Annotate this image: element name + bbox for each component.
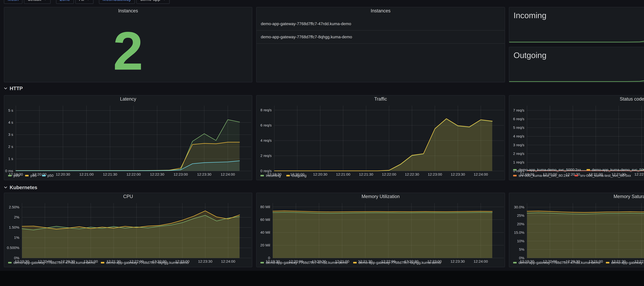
legend-label: srv-000_kuma-test_svc_80:5xx	[580, 173, 631, 178]
y-tick-label: 6 req/s	[260, 123, 272, 127]
status-codes-legend: demo-app_kuma-demo_svc_5000:2xxdemo-app_…	[509, 166, 644, 180]
legend-item[interactable]: Incoming	[260, 173, 281, 178]
y-tick-label: 6 req/s	[513, 117, 524, 121]
memory-saturation-svg: 0%5%10%15.0%20%25%30.0%12:19:3012:20:001…	[509, 200, 644, 264]
legend-item[interactable]: demo-app-gateway-7768d7ffc7-8qhgg.kuma-d…	[353, 260, 441, 265]
panel-title[interactable]: Instances	[256, 7, 505, 15]
traffic-legend: IncomingOutgoing	[256, 172, 505, 180]
legend-swatch-icon	[513, 175, 516, 176]
legend-label: demo-app-gateway-7768d7ffc7-47rdd.kuma-d…	[14, 260, 95, 265]
legend-item[interactable]: demo-app_kuma-demo_svc_5000:2xx	[513, 167, 581, 172]
panel-title[interactable]: CPU	[4, 193, 252, 200]
legend-label: Outgoing	[292, 173, 306, 178]
panel-title[interactable]: Memory Utilization	[256, 193, 505, 200]
panel-title[interactable]: Instances	[4, 7, 252, 15]
variable-value-dropdown[interactable]: All▼	[75, 0, 93, 4]
sparkline-svg	[509, 63, 644, 82]
section-header-kubernetes[interactable]: Kubernetes	[4, 184, 37, 190]
panel-traffic: Traffic 0 req/s2 req/s4 req/s6 req/s8 re…	[256, 95, 505, 180]
panel-memory-saturation: Memory Saturation 0%5%10%15.0%20%25%30.0…	[509, 193, 644, 267]
memory-saturation-plot: 0%5%10%15.0%20%25%30.0%12:19:3012:20:001…	[509, 200, 644, 259]
y-tick-label: 1 req/s	[513, 160, 524, 164]
stat-title[interactable]: Incoming	[514, 11, 546, 20]
y-tick-label: 5 req/s	[513, 125, 524, 130]
legend-item[interactable]: p50	[42, 173, 54, 178]
y-tick-label: 8 req/s	[260, 108, 272, 112]
legend-swatch-icon	[575, 175, 578, 176]
legend-item[interactable]: p99	[8, 173, 20, 178]
legend-item[interactable]: srv-000_kuma-test_svc_80:2xx	[513, 173, 569, 178]
legend-label: p50	[48, 173, 54, 178]
y-tick-label: 0.500%	[7, 246, 19, 250]
template-variable-bar: Meshdefault▼ZoneAll▼MeshGatewaydemo-app▼	[4, 0, 175, 5]
legend-swatch-icon	[101, 262, 104, 263]
chevron-down-icon	[4, 86, 7, 91]
cpu-svg: 0%0.500%1%1.50%2%2.50%12:19:3012:20:0012…	[4, 200, 252, 264]
y-tick-label: 80 Mil	[260, 205, 270, 209]
legend-swatch-icon	[260, 262, 264, 263]
instances-count-value: 2	[4, 20, 252, 82]
variable-label: MeshGateway	[99, 0, 135, 4]
panel-title[interactable]: Latency	[4, 96, 252, 103]
legend-item[interactable]: demo-app-gateway-7768d7ffc7-8qhgg.kuma-d…	[606, 260, 644, 265]
legend-label: demo-app-gateway-7768d7ffc7-47rdd.kuma-d…	[266, 260, 348, 265]
panel-title[interactable]: Traffic	[256, 96, 505, 103]
y-tick-label: 1.50%	[9, 225, 19, 229]
memory-utilization-svg: 020 Mil40 Mil60 Mil80 Mil12:19:3012:20:0…	[256, 200, 505, 264]
y-tick-label: 20 Mil	[260, 243, 270, 247]
cpu-legend: demo-app-gateway-7768d7ffc7-47rdd.kuma-d…	[4, 259, 252, 267]
y-tick-label: 2 req/s	[260, 154, 272, 158]
legend-label: p99	[14, 173, 20, 178]
traffic-svg: 0 req/s2 req/s4 req/s6 req/s8 req/s12:19…	[256, 103, 505, 177]
chevron-down-icon: ▼	[87, 0, 90, 1]
legend-item[interactable]: Outgoing	[286, 173, 306, 178]
y-tick-label: 7 req/s	[513, 108, 524, 112]
variable-zone: ZoneAll▼	[56, 0, 94, 5]
legend-item[interactable]: srv-000_kuma-test_svc_80:5xx	[575, 173, 631, 178]
sparkline-svg	[509, 23, 644, 42]
legend-swatch-icon	[260, 175, 264, 176]
chevron-down-icon	[4, 184, 7, 190]
legend-swatch-icon	[25, 175, 28, 176]
y-tick-label: 3 req/s	[513, 143, 524, 147]
y-tick-label: 30.0%	[514, 205, 524, 209]
y-tick-label: 2 s	[8, 145, 13, 149]
y-tick-label: 60 Mil	[260, 217, 270, 222]
legend-swatch-icon	[513, 262, 516, 263]
y-tick-label: 25%	[517, 213, 524, 217]
latency-legend: p99p95p50	[4, 172, 252, 180]
y-tick-label: 4 s	[8, 120, 13, 124]
legend-item[interactable]: demo-app_kuma-demo_svc_5000:3xx	[586, 167, 644, 172]
legend-item[interactable]: demo-app-gateway-7768d7ffc7-47rdd.kuma-d…	[513, 260, 600, 265]
panel-incoming-stat: Incoming 6.56req/s	[509, 7, 644, 43]
legend-item[interactable]: demo-app-gateway-7768d7ffc7-47rdd.kuma-d…	[8, 260, 95, 265]
series-line-demo-app_kuma-demo_svc_5000:2xx	[527, 118, 644, 170]
table-row: demo-app-gateway-7768d7ffc7-8qhgg.kuma-d…	[256, 31, 505, 44]
panel-cpu: CPU 0%0.500%1%1.50%2%2.50%12:19:3012:20:…	[4, 193, 252, 267]
variable-value-dropdown[interactable]: demo-app▼	[136, 0, 170, 4]
latency-plot: 0 ms1 s2 s3 s4 s5 s12:19:3012:20:0012:20…	[4, 103, 252, 172]
legend-swatch-icon	[353, 262, 356, 263]
legend-swatch-icon	[286, 175, 290, 176]
y-tick-label: 1%	[14, 235, 19, 239]
section-header-http[interactable]: HTTP	[4, 86, 23, 91]
y-tick-label: 2.50%	[9, 205, 19, 209]
traffic-plot: 0 req/s2 req/s4 req/s6 req/s8 req/s12:19…	[256, 103, 505, 172]
panel-memory-utilization: Memory Utilization 020 Mil40 Mil60 Mil80…	[256, 193, 505, 267]
y-tick-label: 15.0%	[514, 230, 524, 234]
panel-title[interactable]: Status codes	[509, 96, 644, 103]
y-tick-label: 4 req/s	[260, 138, 272, 142]
panel-title[interactable]: Memory Saturation	[509, 193, 644, 200]
legend-item[interactable]: p95	[25, 173, 37, 178]
legend-item[interactable]: demo-app-gateway-7768d7ffc7-8qhgg.kuma-d…	[101, 260, 189, 265]
memory-utilization-plot: 020 Mil40 Mil60 Mil80 Mil12:19:3012:20:0…	[256, 200, 505, 259]
variable-value-dropdown[interactable]: default▼	[24, 0, 50, 4]
latency-svg: 0 ms1 s2 s3 s4 s5 s12:19:3012:20:0012:20…	[4, 103, 252, 177]
legend-item[interactable]: demo-app-gateway-7768d7ffc7-47rdd.kuma-d…	[260, 260, 348, 265]
panel-status-codes: Status codes 0 req/s1 req/s2 req/s3 req/…	[509, 95, 644, 180]
stat-title[interactable]: Outgoing	[514, 51, 546, 60]
page-bottom-background	[0, 271, 644, 286]
y-tick-label: 1 s	[8, 157, 13, 161]
legend-label: demo-app-gateway-7768d7ffc7-8qhgg.kuma-d…	[106, 260, 189, 265]
instances-table: demo-app-gateway-7768d7ffc7-47rdd.kuma-d…	[256, 17, 505, 44]
